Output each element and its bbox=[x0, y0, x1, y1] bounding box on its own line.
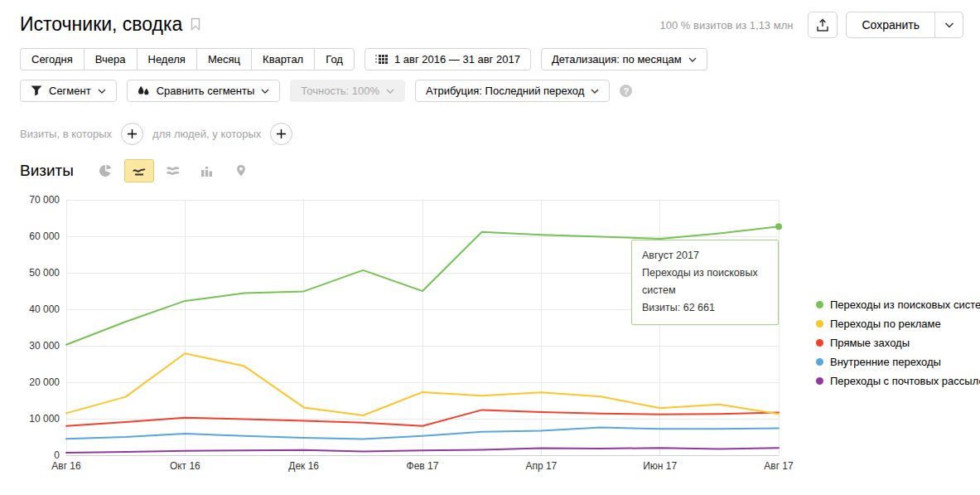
filter-row: Визиты, в которых для людей, у которых bbox=[0, 123, 980, 145]
save-dropdown-button[interactable] bbox=[934, 12, 963, 37]
chevron-down-icon bbox=[944, 22, 954, 28]
chevron-down-icon bbox=[688, 57, 697, 62]
legend-label: Переходы по рекламе bbox=[830, 318, 941, 330]
compare-segments-label: Сравнить сегменты bbox=[157, 85, 255, 97]
date-range-label: 1 авг 2016 — 31 авг 2017 bbox=[394, 53, 520, 66]
legend-item-3[interactable]: Внутренние переходы bbox=[816, 352, 980, 371]
funnel-icon bbox=[31, 85, 42, 96]
segment-toolbar: Сегмент Сравнить сегменты Точность: 100%… bbox=[0, 80, 980, 102]
legend-dot bbox=[816, 339, 823, 347]
page-header: Источники, сводка 100 % визитов из 1,13 … bbox=[0, 0, 980, 38]
y-axis-label: 20 000 bbox=[0, 376, 60, 388]
map-pin-icon[interactable] bbox=[226, 159, 256, 182]
people-condition-label: для людей, у которых bbox=[152, 128, 261, 140]
period-tab-2[interactable]: Вчера bbox=[84, 48, 137, 70]
legend-item-2[interactable]: Прямые заходы bbox=[816, 333, 980, 352]
y-axis-label: 60 000 bbox=[0, 231, 60, 242]
x-axis-label: Фев 17 bbox=[385, 460, 460, 472]
save-split-button: Сохранить bbox=[846, 12, 963, 38]
detalization-button[interactable]: Детализация: по месяцам bbox=[541, 48, 707, 70]
y-axis-label: 10 000 bbox=[0, 413, 60, 425]
legend-item-0[interactable]: Переходы из поисковых систем bbox=[816, 295, 980, 314]
period-tabs: СегодняВчераНеделяМесяцКварталГод bbox=[20, 48, 355, 70]
legend-dot bbox=[816, 320, 823, 328]
tooltip-value: Визиты: 62 661 bbox=[642, 299, 768, 317]
legend-dot bbox=[816, 377, 823, 385]
period-tab-5[interactable]: Квартал bbox=[251, 48, 314, 70]
x-axis-label: Авг 17 bbox=[741, 460, 816, 472]
add-visit-filter-button[interactable] bbox=[121, 123, 143, 145]
calendar-grid-icon bbox=[375, 54, 388, 65]
chart-plot-area[interactable] bbox=[66, 200, 784, 456]
x-axis-label: Июн 17 bbox=[623, 460, 698, 472]
pie-chart-icon[interactable] bbox=[90, 159, 120, 182]
save-button[interactable]: Сохранить bbox=[847, 12, 934, 37]
legend-dot bbox=[816, 301, 823, 308]
compare-segments-button[interactable]: Сравнить сегменты bbox=[127, 80, 281, 102]
visits-condition-label: Визиты, в которых bbox=[20, 128, 112, 140]
y-axis-label: 30 000 bbox=[0, 340, 60, 352]
legend-label: Внутренние переходы bbox=[830, 356, 941, 368]
y-axis-label: 70 000 bbox=[0, 194, 60, 206]
attribution-label: Атрибуция: Последний переход bbox=[426, 85, 584, 97]
chart-tooltip: Август 2017 Переходы из поисковых систем… bbox=[631, 240, 779, 325]
visits-summary: 100 % визитов из 1,13 млн bbox=[660, 19, 794, 32]
bookmark-icon[interactable] bbox=[191, 17, 200, 31]
y-axis-label: 50 000 bbox=[0, 267, 60, 279]
x-axis-label: Авг 16 bbox=[29, 460, 104, 472]
metric-row: Визиты bbox=[0, 159, 980, 182]
tooltip-date: Август 2017 bbox=[642, 247, 768, 264]
chevron-down-icon bbox=[591, 89, 599, 94]
metric-title: Визиты bbox=[20, 162, 74, 180]
legend-item-4[interactable]: Переходы с почтовых рассылок bbox=[816, 371, 980, 391]
period-tab-1[interactable]: Сегодня bbox=[20, 48, 84, 70]
x-axis-label: Апр 17 bbox=[504, 460, 578, 472]
tooltip-series: Переходы из поисковых систем bbox=[642, 264, 768, 299]
detalization-label: Детализация: по месяцам bbox=[552, 53, 682, 66]
add-people-filter-button[interactable] bbox=[270, 123, 292, 145]
legend-label: Прямые заходы bbox=[830, 337, 910, 349]
y-axis-label: 40 000 bbox=[0, 303, 60, 315]
segment-label: Сегмент bbox=[49, 85, 91, 97]
legend-dot bbox=[816, 358, 823, 366]
compare-drops-icon bbox=[138, 85, 150, 97]
bar-chart-icon[interactable] bbox=[192, 159, 222, 182]
legend-label: Переходы из поисковых систем bbox=[830, 298, 980, 311]
chevron-down-icon bbox=[386, 89, 394, 94]
upload-icon bbox=[816, 18, 829, 32]
stacked-area-icon[interactable] bbox=[158, 159, 188, 182]
legend-label: Переходы с почтовых рассылок bbox=[830, 375, 980, 387]
line-chart-icon[interactable] bbox=[124, 159, 154, 182]
accuracy-button: Точность: 100% bbox=[290, 80, 405, 102]
chevron-down-icon bbox=[261, 89, 269, 94]
chart-legend: Переходы из поисковых системПереходы по … bbox=[816, 295, 980, 391]
period-toolbar: СегодняВчераНеделяМесяцКварталГод 1 авг … bbox=[0, 48, 980, 70]
y-axis-label: 0 bbox=[0, 449, 60, 461]
chart-type-toolbar bbox=[90, 159, 256, 182]
accuracy-label: Точность: 100% bbox=[301, 85, 379, 97]
period-tab-4[interactable]: Месяц bbox=[196, 48, 251, 70]
chevron-down-icon bbox=[98, 89, 106, 94]
period-tab-6[interactable]: Год bbox=[314, 48, 355, 70]
x-axis-label: Дек 16 bbox=[267, 460, 341, 472]
legend-item-1[interactable]: Переходы по рекламе bbox=[816, 314, 980, 333]
attribution-button[interactable]: Атрибуция: Последний переход bbox=[415, 80, 610, 102]
x-axis-label: Окт 16 bbox=[147, 460, 222, 472]
export-button[interactable] bbox=[808, 12, 838, 38]
period-tab-3[interactable]: Неделя bbox=[137, 48, 196, 70]
end-point-marker bbox=[775, 223, 782, 230]
date-range-button[interactable]: 1 авг 2016 — 31 авг 2017 bbox=[364, 48, 531, 70]
visits-chart: 010 00020 00030 00040 00050 00060 00070 … bbox=[0, 200, 980, 477]
page-title: Источники, сводка bbox=[20, 12, 182, 36]
help-icon[interactable]: ? bbox=[620, 85, 632, 97]
segment-button[interactable]: Сегмент bbox=[20, 80, 117, 102]
